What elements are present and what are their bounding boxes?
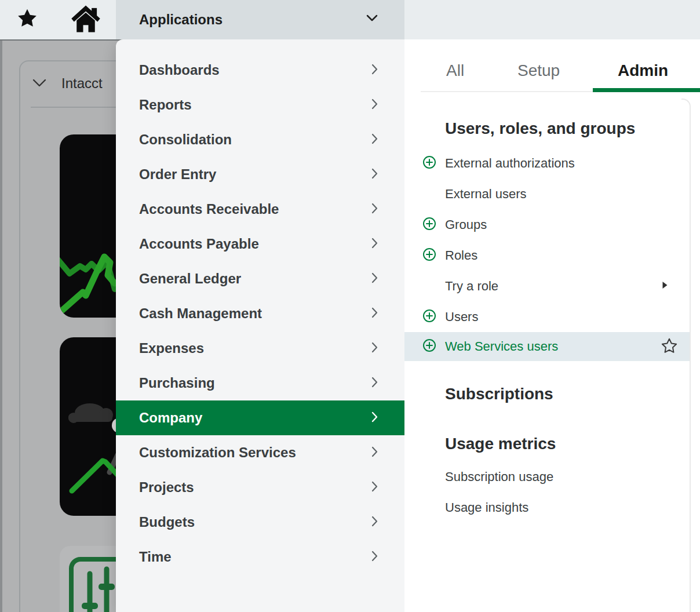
app-menu-item-accounts-payable[interactable]: Accounts Payable (116, 227, 404, 261)
menu-item-external-users[interactable]: External users (404, 178, 690, 209)
app-menu-item-label: Reports (139, 97, 192, 113)
chevron-right-icon (371, 99, 378, 112)
chevron-right-icon (371, 516, 378, 529)
app-menu-item-dashboards[interactable]: Dashboards (116, 53, 404, 88)
chevron-right-icon (371, 481, 378, 494)
app-menu-item-cash-management[interactable]: Cash Management (116, 296, 404, 331)
app-menu-item-budgets[interactable]: Budgets (116, 505, 404, 540)
menu-item-label: Roles (445, 248, 477, 263)
app-menu-item-time[interactable]: Time (116, 540, 404, 574)
section-heading-subscriptions: Subscriptions (445, 385, 553, 403)
app-menu-item-label: Purchasing (139, 375, 215, 391)
app-menu-item-label: Projects (139, 479, 194, 496)
tab-admin[interactable]: Admin (618, 61, 668, 80)
add-icon[interactable] (422, 217, 436, 233)
home-button[interactable] (70, 3, 102, 35)
app-menu-item-purchasing[interactable]: Purchasing (116, 366, 404, 400)
menu-item-external-authorizations[interactable]: External authorizations (404, 148, 690, 178)
topbar: Applications (0, 0, 700, 39)
favorites-button[interactable] (16, 6, 39, 31)
chevron-right-icon (371, 168, 378, 181)
app-menu-item-label: Expenses (139, 340, 204, 356)
section-heading-users-roles-groups: Users, roles, and groups (445, 119, 635, 138)
menu-item-label: Web Services users (445, 339, 558, 354)
favorite-star-button[interactable] (659, 337, 679, 356)
app-menu-item-customization-services[interactable]: Customization Services (116, 435, 404, 470)
applications-dropdown[interactable]: Applications (116, 0, 404, 39)
app-menu-item-label: Order Entry (139, 166, 216, 183)
menu-item-label: External users (445, 187, 527, 202)
app-menu-item-label: Cash Management (139, 305, 262, 322)
collapse-chevron-icon (32, 79, 46, 90)
star-icon (16, 23, 39, 32)
home-icon (70, 27, 102, 37)
app-menu-item-expenses[interactable]: Expenses (116, 331, 404, 366)
company-flyout-panel: All Setup Admin Users, roles, and groups… (404, 39, 700, 612)
menu-item-roles[interactable]: Roles (404, 240, 690, 271)
page-left-edge (0, 41, 2, 612)
chevron-right-icon (371, 238, 378, 251)
dashboard-section-title: Intacct (61, 75, 103, 92)
add-icon[interactable] (422, 155, 436, 172)
app-menu-item-company[interactable]: Company (116, 400, 404, 435)
chevron-right-icon (371, 411, 378, 425)
menu-item-usage-insights[interactable]: Usage insights (445, 500, 528, 515)
chevron-right-icon (371, 551, 378, 564)
menu-item-users[interactable]: Users (404, 301, 690, 332)
app-menu-item-label: Accounts Receivable (139, 201, 279, 217)
menu-item-label: Groups (445, 217, 487, 232)
app-menu-item-label: Accounts Payable (139, 236, 259, 252)
submenu-arrow-icon (662, 280, 668, 292)
add-icon[interactable] (422, 247, 436, 264)
cloud-chart-graphic (60, 508, 121, 516)
chevron-right-icon (371, 64, 378, 77)
menu-item-label: Users (445, 309, 478, 325)
app-menu-item-reports[interactable]: Reports (116, 88, 404, 122)
star-outline-icon (660, 347, 679, 357)
app-menu-item-label: Company (139, 410, 202, 426)
chevron-right-icon (371, 272, 378, 286)
add-icon[interactable] (422, 338, 436, 355)
app-menu-item-general-ledger[interactable]: General Ledger (116, 261, 404, 296)
applications-dropdown-label: Applications (139, 12, 223, 28)
app-menu-item-label: Time (139, 549, 172, 565)
chevron-right-icon (371, 377, 378, 390)
menu-item-try-a-role[interactable]: Try a role (404, 271, 690, 301)
add-icon[interactable] (422, 309, 436, 325)
app-menu-item-label: Consolidation (139, 132, 232, 148)
app-menu-item-order-entry[interactable]: Order Entry (116, 157, 404, 192)
chevron-right-icon (371, 446, 378, 460)
chevron-down-icon (366, 14, 378, 24)
menu-item-subscription-usage[interactable]: Subscription usage (445, 469, 553, 485)
menu-item-web-services-users[interactable]: Web Services users (404, 332, 690, 361)
chevron-right-icon (371, 307, 378, 320)
section-heading-usage-metrics: Usage metrics (445, 435, 556, 453)
app-menu-item-accounts-receivable[interactable]: Accounts Receivable (116, 192, 404, 227)
menu-item-groups[interactable]: Groups (404, 209, 690, 240)
app-menu-item-label: Customization Services (139, 445, 296, 461)
chevron-right-icon (371, 342, 378, 355)
app-menu-item-label: Dashboards (139, 62, 220, 78)
chevron-right-icon (371, 203, 378, 216)
tab-all[interactable]: All (446, 61, 464, 80)
applications-menu: Dashboards Reports Consolidation Order E… (116, 39, 404, 612)
app-menu-item-consolidation[interactable]: Consolidation (116, 122, 404, 157)
menu-item-label: Try a role (445, 279, 498, 294)
app-menu-item-label: General Ledger (139, 271, 241, 287)
active-tab-underline (593, 88, 700, 92)
menu-item-label: External authorizations (445, 156, 575, 171)
app-menu-item-projects[interactable]: Projects (116, 470, 404, 505)
app-menu-item-label: Budgets (139, 514, 195, 530)
tab-setup[interactable]: Setup (517, 61, 560, 80)
chevron-right-icon (371, 133, 378, 147)
line-chart-graphic (60, 309, 118, 318)
